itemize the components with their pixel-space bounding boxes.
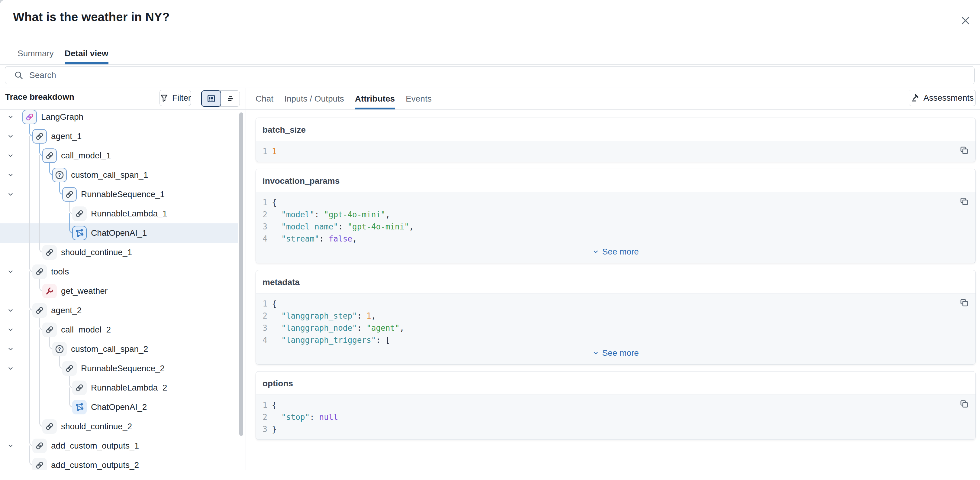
detail-tab-inputs-outputs[interactable]: Inputs / Outputs [284, 88, 344, 109]
line-number: 2 [256, 209, 267, 221]
copy-icon[interactable] [959, 298, 969, 309]
tree-node-label: RunnableLambda_1 [91, 204, 167, 223]
divider [0, 64, 980, 65]
tab-detail-view[interactable]: Detail view [65, 45, 108, 62]
code-line: 4 "stream": false, [256, 233, 975, 245]
attribute-card-body: 11 [256, 141, 975, 162]
line-number: 2 [256, 411, 267, 423]
view-toggle-timeline[interactable] [221, 91, 240, 107]
detail-tab-attributes[interactable]: Attributes [355, 88, 395, 109]
tree-row[interactable]: ?custom_call_span_2 [0, 340, 238, 359]
tree-node-label: RunnableLambda_2 [91, 378, 167, 397]
line-number: 3 [256, 423, 267, 435]
code-line: 2 "model": "gpt-4o-mini", [256, 209, 975, 221]
copy-icon[interactable] [959, 145, 969, 156]
chain-icon [72, 381, 87, 395]
trace-tree: LangGraphagent_1call_model_1?custom_call… [0, 109, 246, 470]
tree-node-label: add_custom_outputs_1 [51, 436, 139, 456]
code-line: 1{ [256, 298, 975, 310]
tree-row[interactable]: agent_2 [0, 301, 238, 320]
code-line: 2 "langgraph_step": 1, [256, 310, 975, 322]
code-line: 3 "model_name": "gpt-4o-mini", [256, 221, 975, 233]
search-icon [14, 70, 24, 80]
code-line: 1{ [256, 399, 975, 411]
chevron-down-icon[interactable] [7, 133, 14, 140]
filter-button-label: Filter [172, 93, 191, 103]
filter-button[interactable]: Filter [159, 90, 191, 106]
tree-row[interactable]: ChatOpenAI_2 [0, 397, 238, 417]
attribute-card-title: options [256, 372, 975, 394]
see-more-link[interactable]: See more [256, 245, 975, 259]
trace-modal: What is the weather in NY? Summary Detai… [0, 0, 980, 480]
chevron-down-icon[interactable] [7, 307, 14, 314]
detail-tab-bar: ChatInputs / OutputsAttributesEvents [256, 88, 432, 109]
attributes-panel: batch_size11invocation_params1{2 "model"… [256, 118, 976, 447]
tree-row[interactable]: should_continue_1 [0, 243, 238, 262]
tree-scrollbar[interactable] [239, 112, 243, 436]
line-number: 3 [256, 221, 267, 233]
trace-breakdown-title: Trace breakdown [5, 92, 74, 102]
copy-icon[interactable] [959, 399, 969, 410]
chevron-down-icon[interactable] [7, 327, 14, 333]
chevron-down-icon[interactable] [7, 172, 14, 179]
tree-row[interactable]: call_model_1 [0, 146, 238, 165]
chevron-down-icon[interactable] [7, 191, 14, 198]
see-more-link[interactable]: See more [256, 346, 975, 360]
chain-icon [32, 439, 47, 453]
chain-icon [42, 148, 57, 163]
gantt-icon [225, 94, 235, 104]
chain-icon [42, 245, 57, 260]
tree-row[interactable]: should_continue_2 [0, 417, 238, 436]
chevron-down-icon[interactable] [7, 346, 14, 352]
tree-row[interactable]: LangGraph [0, 109, 238, 127]
tree-row[interactable]: agent_1 [0, 127, 238, 146]
attribute-card: invocation_params1{2 "model": "gpt-4o-mi… [256, 169, 976, 263]
tree-node-label: call_model_1 [61, 146, 111, 165]
code-line: 3 "langgraph_node": "agent", [256, 322, 975, 334]
tree-row[interactable]: RunnableSequence_1 [0, 185, 238, 204]
close-button[interactable] [958, 13, 973, 28]
chevron-down-icon[interactable] [7, 365, 14, 372]
tree-row[interactable]: RunnableLambda_1 [0, 204, 238, 223]
chain-icon [32, 129, 47, 144]
detail-tab-chat[interactable]: Chat [256, 88, 274, 109]
attribute-card: options1{2 "stop": null3} [256, 371, 976, 440]
close-icon [960, 15, 971, 26]
tab-summary[interactable]: Summary [18, 45, 54, 62]
tree-row[interactable]: RunnableLambda_2 [0, 378, 238, 397]
tree-row[interactable]: add_custom_outputs_2 [0, 456, 238, 470]
question-icon: ? [52, 342, 67, 356]
tree-node-label: LangGraph [41, 109, 83, 127]
tree-node-label: ChatOpenAI_1 [91, 223, 147, 243]
view-toggle-list[interactable] [201, 90, 221, 107]
tree-row[interactable]: tools [0, 262, 238, 281]
tree-node-label: get_weather [61, 281, 108, 301]
top-tab-bar: Summary Detail view [18, 45, 108, 62]
search-placeholder: Search [29, 70, 56, 80]
tree-row[interactable]: get_weather [0, 281, 238, 301]
tree-row[interactable]: ?custom_call_span_1 [0, 165, 238, 185]
line-number: 4 [256, 334, 267, 346]
chevron-down-icon[interactable] [7, 114, 14, 120]
detail-tab-events[interactable]: Events [406, 88, 432, 109]
model-icon [72, 226, 87, 240]
tree-node-label: should_continue_2 [61, 417, 132, 436]
tree-row[interactable]: ChatOpenAI_1 [0, 223, 238, 243]
code-line: 11 [256, 145, 975, 158]
tree-row[interactable]: call_model_2 [0, 320, 238, 340]
chevron-down-icon[interactable] [7, 152, 14, 159]
svg-text:?: ? [58, 347, 61, 352]
question-icon: ? [52, 168, 67, 182]
tree-row[interactable]: RunnableSequence_2 [0, 359, 238, 378]
chevron-down-icon[interactable] [7, 443, 14, 449]
copy-icon[interactable] [959, 196, 969, 207]
assessments-button[interactable]: Assessments [909, 90, 976, 106]
tree-row[interactable]: add_custom_outputs_1 [0, 436, 238, 456]
list-details-icon [206, 94, 216, 104]
tree-node-label: call_model_2 [61, 320, 111, 340]
gavel-icon [911, 93, 920, 102]
chevron-down-icon[interactable] [7, 268, 14, 275]
search-input[interactable]: Search [5, 66, 975, 85]
chain-icon [32, 458, 47, 470]
attribute-card-body: 1{2 "stop": null3} [256, 394, 975, 440]
